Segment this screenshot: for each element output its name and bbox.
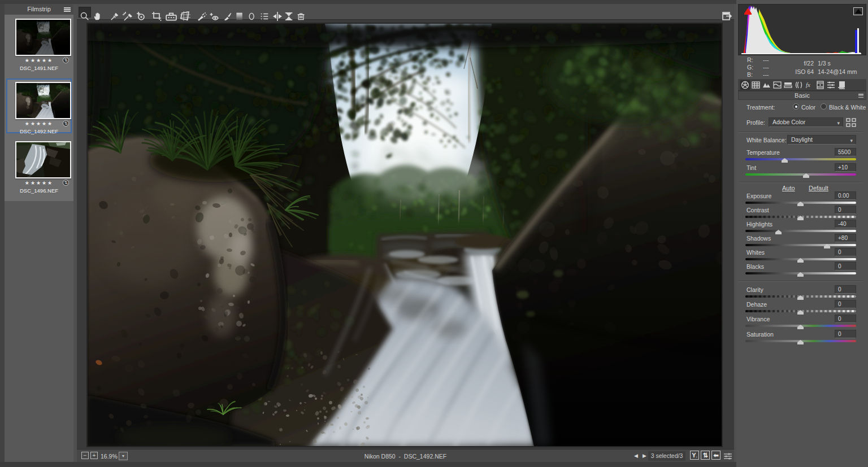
svg-text:fx: fx (806, 81, 810, 88)
